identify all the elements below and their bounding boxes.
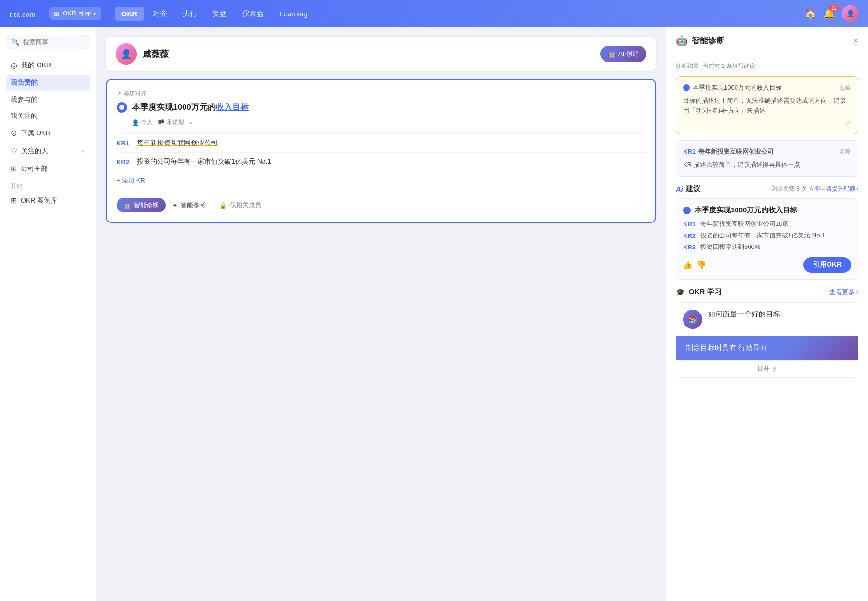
ai-suggest-meta: 剩余免费 8 次 立即申请提升配额 › <box>772 185 858 193</box>
add-align[interactable]: ↗ 添加对齐 <box>117 90 645 98</box>
like-dislike-area: 👍 👎 <box>683 261 706 270</box>
diag-obj-card: 本季度实现1000万元的收入目标 忽略 目标的描述过于简单，无法准确描述需要达成… <box>676 76 858 134</box>
top-navigation: tita.com ⊞ OKR 目标 ▾ OKR 对齐 执行 复盘 仪表盘 Lea… <box>0 0 868 27</box>
ai-suggest-card: 本季度实现1000万元的收入目标 KR1 每年新投资互联网创业公司10家 KR2… <box>676 198 858 280</box>
library-icon: ⊞ <box>11 196 17 205</box>
company-icon: ⊞ <box>11 164 17 173</box>
see-more-link[interactable]: 查看更多 › <box>829 288 858 297</box>
ai-card-actions: 👍 👎 引用OKR <box>683 257 851 273</box>
ai-suggest-section: Ai 建议 剩余免费 8 次 立即申请提升配额 › 本季度实现1000万元的收入… <box>676 184 858 280</box>
ai-create-button[interactable]: 🤖 AI 创建 <box>600 46 646 62</box>
search-icon: 🔍 <box>11 38 19 46</box>
home-button[interactable]: 🏠 <box>804 8 816 19</box>
add-kr-button[interactable]: + 添加 KR <box>117 171 645 190</box>
sidebar-item-company-all[interactable]: ⊞ 公司全部 <box>6 160 90 177</box>
nav-item-dashboard[interactable]: 仪表盘 <box>236 6 271 21</box>
ai-robot-icon: 🤖 <box>608 51 616 58</box>
flag-icon: 🏴 <box>158 119 165 126</box>
ai-suggest-header: Ai 建议 剩余免费 8 次 立即申请提升配额 › <box>676 184 858 194</box>
ai-diagnosis-button[interactable]: 🤖 智能诊断 <box>117 198 166 212</box>
ai-reference-button[interactable]: ✦ 智能参考 <box>166 198 212 212</box>
diag-section-title: 诊断结果 当前有 2 条填写建议 <box>676 62 858 70</box>
my-okr-icon: ◎ <box>11 61 17 70</box>
learn-card-title: 如何衡量一个好的目标 <box>708 310 780 319</box>
nav-item-learning[interactable]: Learning <box>273 7 314 21</box>
nav-menu: OKR 对齐 执行 复盘 仪表盘 Learning <box>115 6 315 21</box>
diag-kr-card: KR1 每年新投资互联网创业公司 忽略 KR 描述比较简单，建议描述得再具体一点 <box>676 140 858 177</box>
learn-avatar: 📚 <box>683 310 702 329</box>
ai-icon: 🤖 <box>123 202 131 209</box>
quote-okr-button[interactable]: 引用OKR <box>803 257 851 273</box>
nav-item-okr[interactable]: OKR <box>115 7 144 21</box>
nav-item-align[interactable]: 对齐 <box>146 6 174 21</box>
meta-dot: ● <box>189 119 192 126</box>
dislike-button[interactable]: 👎 <box>697 261 706 270</box>
ai-obj-title: 本季度实现1000万元的收入目标 <box>683 206 851 215</box>
notification-button[interactable]: 🔔 12 <box>823 8 835 19</box>
user-header-card: 👤 戚薇薇 🤖 AI 创建 <box>106 37 656 71</box>
diag-obj-icon <box>683 84 690 91</box>
learn-card-top: 📚 如何衡量一个好的目标 <box>676 303 858 336</box>
sidebar: 🔍 ◎ 我的 OKR 我负责的 我参与的 我关注的 ⊙ 下属 OKR ♡ 关注的… <box>0 27 96 601</box>
okr-selector[interactable]: ⊞ OKR 目标 ▾ <box>49 7 101 20</box>
objective-icon <box>117 102 127 113</box>
close-panel-button[interactable]: × <box>853 35 858 46</box>
sidebar-item-okr-library[interactable]: ⊞ OKR 案例库 <box>6 192 90 209</box>
learn-preview: 制定目标时具有 行动导向 <box>676 336 858 360</box>
card-actions: 🤖 智能诊断 ✦ 智能参考 🔒 仅相关成员 <box>117 192 645 212</box>
sidebar-item-followed-people[interactable]: ♡ 关注的人 + <box>6 143 90 159</box>
members-button[interactable]: 🔒 仅相关成员 <box>212 198 268 212</box>
learn-preview-text: 制定目标时具有 行动导向 <box>686 343 848 353</box>
okr-learn-title: 🎓 OKR 学习 <box>676 287 722 297</box>
nav-item-exec[interactable]: 执行 <box>176 6 204 21</box>
diag-kr-ignore[interactable]: 忽略 <box>840 147 851 156</box>
sparkle-icon: ✦ <box>172 202 178 209</box>
sidebar-item-participating[interactable]: 我参与的 <box>6 92 90 107</box>
ai-panel: 🤖 智能诊断 × 诊断结果 当前有 2 条填写建议 本季度实现1000万元 <box>666 27 868 601</box>
okr-learn-section: 🎓 OKR 学习 查看更多 › 📚 如何衡量一个好的目标 <box>676 287 858 378</box>
user-info: 👤 戚薇薇 <box>116 43 169 65</box>
heart-icon: ♡ <box>11 146 17 156</box>
diag-kr-content: KR 描述比较简单，建议描述得再具体一点 <box>683 160 851 170</box>
sidebar-item-responsible[interactable]: 我负责的 <box>6 75 90 91</box>
upgrade-link[interactable]: 立即申请提升配额 › <box>809 185 858 192</box>
objective-row: 本季度实现1000万元的收入目标 <box>117 102 645 113</box>
person-icon: 👤 <box>132 119 139 126</box>
meta-promise: 🏴 承诺型 <box>158 118 184 127</box>
learn-card: 📚 如何衡量一个好的目标 制定目标时具有 行动导向 展开 ∨ <box>676 302 858 378</box>
subordinate-icon: ⊙ <box>11 129 17 138</box>
add-align-icon: ↗ <box>117 91 121 97</box>
search-input[interactable] <box>23 39 85 46</box>
kr-row-1: KR1 每年新投资互联网创业公司 <box>117 133 645 152</box>
ai-kr-row-3: KR3 投资回报率达到500% <box>683 243 851 251</box>
nav-item-review[interactable]: 复盘 <box>206 6 234 21</box>
like-button[interactable]: 👍 <box>683 261 693 270</box>
ai-kr-row-2: KR2 投资的公司每年有一家市值突破1亿美元 No.1 <box>683 231 851 240</box>
content-area: 👤 戚薇薇 🤖 AI 创建 ↗ 添加对齐 本季度实现 <box>96 27 868 601</box>
diag-obj-text: 本季度实现1000万元的收入目标 <box>683 83 782 92</box>
objective-title: 本季度实现1000万元的收入目标 <box>132 102 249 113</box>
sidebar-item-following[interactable]: 我关注的 <box>6 108 90 124</box>
user-avatar-nav[interactable]: 👤 <box>842 5 858 22</box>
diag-obj-card-header: 本季度实现1000万元的收入目标 忽略 <box>683 83 851 92</box>
learn-expand-button[interactable]: 展开 ∨ <box>676 360 858 377</box>
diag-kr-card-header: KR1 每年新投资互联网创业公司 忽略 <box>683 147 851 156</box>
sidebar-item-my-okr[interactable]: ◎ 我的 OKR <box>6 57 90 74</box>
okr-card: ↗ 添加对齐 本季度实现1000万元的收入目标 👤 个人 🏴 <box>106 79 656 223</box>
okr-learn-header: 🎓 OKR 学习 查看更多 › <box>676 287 858 297</box>
ai-suggest-title: Ai 建议 <box>676 184 700 194</box>
ai-kr-row-1: KR1 每年新投资互联网创业公司10家 <box>683 220 851 228</box>
sidebar-item-subordinate-okr[interactable]: ⊙ 下属 OKR <box>6 125 90 142</box>
user-name: 戚薇薇 <box>143 48 169 60</box>
ai-panel-body: 诊断结果 当前有 2 条填写建议 本季度实现1000万元的收入目标 忽略 目标的… <box>666 54 868 601</box>
diag-obj-ignore[interactable]: 忽略 <box>840 84 851 92</box>
meta-type: 👤 个人 <box>132 118 153 127</box>
ai-obj-icon <box>683 207 691 214</box>
search-box[interactable]: 🔍 <box>6 35 90 49</box>
add-follow-icon[interactable]: + <box>81 147 85 156</box>
notification-badge: 12 <box>829 5 839 11</box>
brand-logo[interactable]: tita.com <box>10 7 36 20</box>
learn-card-inner: 📚 如何衡量一个好的目标 制定目标时具有 行动导向 展开 ∨ <box>676 303 858 377</box>
kr-row-2: KR2 投资的公司每年有一家市值突破1亿美元 No.1 <box>117 152 645 171</box>
diag-obj-content: 目标的描述过于简单，无法准确描述需要达成的方向，建议用「动词+名词+方向」来描述 <box>683 96 851 116</box>
